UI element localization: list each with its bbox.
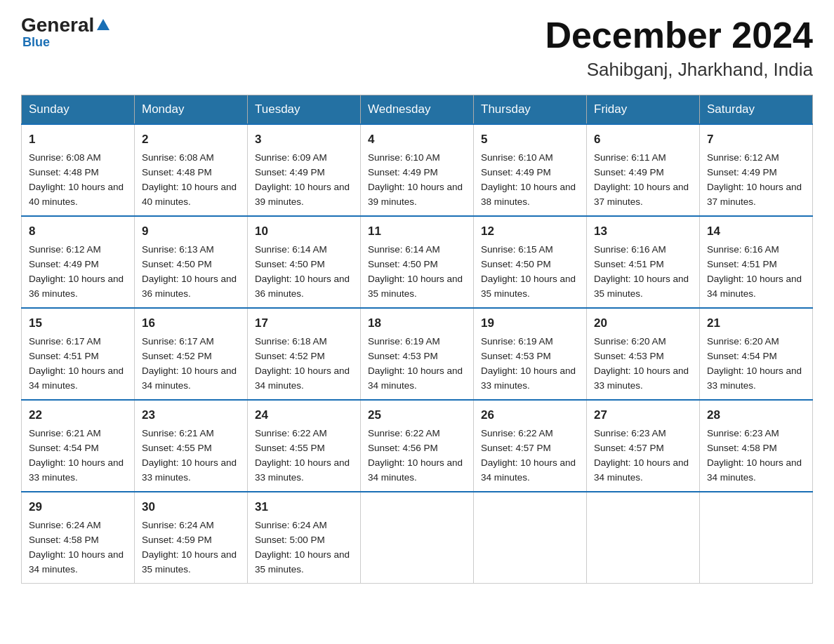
table-row: 8 Sunrise: 6:12 AM Sunset: 4:49 PM Dayli… [22, 216, 135, 308]
sunset-text: Sunset: 4:53 PM [368, 351, 438, 361]
sunset-text: Sunset: 4:52 PM [255, 351, 325, 361]
sunrise-text: Sunrise: 6:21 AM [142, 428, 214, 438]
table-row: 23 Sunrise: 6:21 AM Sunset: 4:55 PM Dayl… [135, 400, 248, 492]
day-number: 24 [255, 406, 353, 424]
sunset-text: Sunset: 4:56 PM [368, 443, 438, 453]
sunset-text: Sunset: 4:51 PM [29, 351, 99, 361]
daylight-text: Daylight: 10 hours and 33 minutes. [255, 457, 350, 483]
daylight-text: Daylight: 10 hours and 34 minutes. [707, 274, 802, 299]
sunset-text: Sunset: 4:49 PM [255, 167, 325, 177]
sunrise-text: Sunrise: 6:23 AM [594, 428, 666, 438]
table-row [587, 492, 700, 584]
daylight-text: Daylight: 10 hours and 35 minutes. [481, 274, 576, 299]
day-number: 19 [481, 314, 579, 333]
calendar-week-row: 1 Sunrise: 6:08 AM Sunset: 4:48 PM Dayli… [22, 124, 813, 216]
table-row: 21 Sunrise: 6:20 AM Sunset: 4:54 PM Dayl… [700, 308, 813, 400]
sunrise-text: Sunrise: 6:08 AM [29, 152, 101, 163]
sunset-text: Sunset: 4:48 PM [29, 167, 99, 177]
table-row: 20 Sunrise: 6:20 AM Sunset: 4:53 PM Dayl… [587, 308, 700, 400]
sunrise-text: Sunrise: 6:12 AM [707, 152, 779, 163]
day-number: 26 [481, 406, 579, 424]
table-row: 15 Sunrise: 6:17 AM Sunset: 4:51 PM Dayl… [22, 308, 135, 400]
table-row: 17 Sunrise: 6:18 AM Sunset: 4:52 PM Dayl… [248, 308, 361, 400]
sunrise-text: Sunrise: 6:14 AM [368, 244, 440, 255]
daylight-text: Daylight: 10 hours and 33 minutes. [142, 457, 237, 483]
day-number: 22 [29, 406, 127, 424]
table-row: 14 Sunrise: 6:16 AM Sunset: 4:51 PM Dayl… [700, 216, 813, 308]
day-number: 6 [594, 130, 692, 149]
sunset-text: Sunset: 4:53 PM [481, 351, 551, 361]
daylight-text: Daylight: 10 hours and 33 minutes. [29, 457, 124, 483]
daylight-text: Daylight: 10 hours and 36 minutes. [255, 274, 350, 299]
calendar-week-row: 29 Sunrise: 6:24 AM Sunset: 4:58 PM Dayl… [22, 492, 813, 584]
sunrise-text: Sunrise: 6:12 AM [29, 244, 101, 255]
daylight-text: Daylight: 10 hours and 35 minutes. [368, 274, 463, 299]
day-number: 11 [368, 222, 466, 241]
daylight-text: Daylight: 10 hours and 38 minutes. [481, 182, 576, 207]
table-row: 12 Sunrise: 6:15 AM Sunset: 4:50 PM Dayl… [474, 216, 587, 308]
sunrise-text: Sunrise: 6:17 AM [142, 336, 214, 347]
col-wednesday: Wednesday [361, 95, 474, 125]
sunset-text: Sunset: 4:58 PM [29, 535, 99, 545]
table-row: 18 Sunrise: 6:19 AM Sunset: 4:53 PM Dayl… [361, 308, 474, 400]
table-row: 22 Sunrise: 6:21 AM Sunset: 4:54 PM Dayl… [22, 400, 135, 492]
logo-icon [94, 18, 112, 33]
table-row: 1 Sunrise: 6:08 AM Sunset: 4:48 PM Dayli… [22, 124, 135, 216]
day-number: 23 [142, 406, 240, 424]
sunset-text: Sunset: 4:57 PM [594, 443, 664, 453]
sunrise-text: Sunrise: 6:24 AM [255, 520, 327, 530]
daylight-text: Daylight: 10 hours and 34 minutes. [29, 365, 124, 391]
daylight-text: Daylight: 10 hours and 40 minutes. [29, 182, 124, 207]
table-row: 7 Sunrise: 6:12 AM Sunset: 4:49 PM Dayli… [700, 124, 813, 216]
day-number: 13 [594, 222, 692, 241]
table-row [700, 492, 813, 584]
sunset-text: Sunset: 5:00 PM [255, 535, 325, 545]
daylight-text: Daylight: 10 hours and 36 minutes. [29, 274, 124, 299]
daylight-text: Daylight: 10 hours and 34 minutes. [368, 365, 463, 391]
day-number: 18 [368, 314, 466, 333]
day-number: 2 [142, 130, 240, 149]
sunset-text: Sunset: 4:59 PM [142, 535, 212, 545]
calendar-week-row: 8 Sunrise: 6:12 AM Sunset: 4:49 PM Dayli… [22, 216, 813, 308]
sub-title: Sahibganj, Jharkhand, India [545, 59, 813, 81]
table-row: 19 Sunrise: 6:19 AM Sunset: 4:53 PM Dayl… [474, 308, 587, 400]
day-number: 12 [481, 222, 579, 241]
daylight-text: Daylight: 10 hours and 34 minutes. [368, 457, 463, 483]
day-number: 7 [707, 130, 805, 149]
sunset-text: Sunset: 4:49 PM [594, 167, 664, 177]
sunset-text: Sunset: 4:54 PM [707, 351, 777, 361]
daylight-text: Daylight: 10 hours and 35 minutes. [594, 274, 689, 299]
sunset-text: Sunset: 4:54 PM [29, 443, 99, 453]
table-row: 30 Sunrise: 6:24 AM Sunset: 4:59 PM Dayl… [135, 492, 248, 584]
table-row: 28 Sunrise: 6:23 AM Sunset: 4:58 PM Dayl… [700, 400, 813, 492]
calendar-table: Sunday Monday Tuesday Wednesday Thursday… [21, 95, 813, 584]
daylight-text: Daylight: 10 hours and 33 minutes. [594, 365, 689, 391]
sunrise-text: Sunrise: 6:19 AM [481, 336, 553, 347]
day-number: 9 [142, 222, 240, 241]
day-number: 28 [707, 406, 805, 424]
col-tuesday: Tuesday [248, 95, 361, 125]
col-monday: Monday [135, 95, 248, 125]
sunrise-text: Sunrise: 6:24 AM [29, 520, 101, 530]
day-number: 31 [255, 498, 353, 516]
daylight-text: Daylight: 10 hours and 34 minutes. [594, 457, 689, 483]
table-row: 27 Sunrise: 6:23 AM Sunset: 4:57 PM Dayl… [587, 400, 700, 492]
sunset-text: Sunset: 4:49 PM [29, 259, 99, 269]
sunrise-text: Sunrise: 6:08 AM [142, 152, 214, 163]
table-row: 31 Sunrise: 6:24 AM Sunset: 5:00 PM Dayl… [248, 492, 361, 584]
daylight-text: Daylight: 10 hours and 40 minutes. [142, 182, 237, 207]
sunset-text: Sunset: 4:50 PM [142, 259, 212, 269]
sunset-text: Sunset: 4:55 PM [142, 443, 212, 453]
sunrise-text: Sunrise: 6:22 AM [368, 428, 440, 438]
day-number: 20 [594, 314, 692, 333]
daylight-text: Daylight: 10 hours and 35 minutes. [142, 549, 237, 575]
col-thursday: Thursday [474, 95, 587, 125]
sunset-text: Sunset: 4:49 PM [481, 167, 551, 177]
table-row: 26 Sunrise: 6:22 AM Sunset: 4:57 PM Dayl… [474, 400, 587, 492]
sunset-text: Sunset: 4:52 PM [142, 351, 212, 361]
daylight-text: Daylight: 10 hours and 33 minutes. [481, 365, 576, 391]
day-number: 3 [255, 130, 353, 149]
daylight-text: Daylight: 10 hours and 33 minutes. [707, 365, 802, 391]
day-number: 27 [594, 406, 692, 424]
logo-blue-label: Blue [22, 35, 50, 50]
